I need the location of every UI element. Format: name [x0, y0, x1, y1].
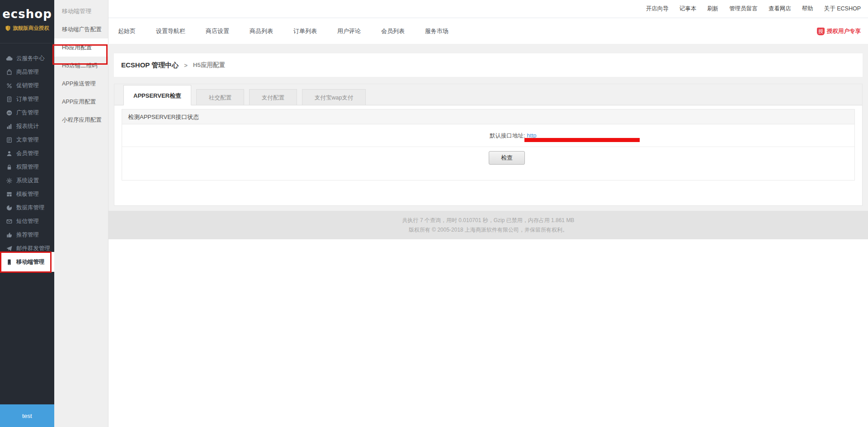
article-icon: [6, 137, 13, 143]
sidebar-item-label: 数据库管理: [16, 204, 45, 212]
top-link-bar: 开店向导 记事本 刷新 管理员留言 查看网店 帮助 关于 ECSHOP: [108, 0, 868, 18]
sidebar-item-label: 商品管理: [16, 68, 39, 76]
brand-block: ecshop 旗舰版商业授权: [0, 0, 54, 43]
report-icon: [6, 123, 13, 130]
template-icon: [6, 191, 13, 198]
toplink-refresh[interactable]: 刷新: [707, 5, 718, 13]
sidebar-item-label: 订单管理: [16, 95, 39, 103]
thumbs-up-icon: [6, 232, 13, 238]
tab-payment-config[interactable]: 支付配置: [249, 89, 297, 105]
license-label: 旗舰版商业授权: [13, 25, 49, 32]
panel-header: 检测APPSERVER接口状态: [122, 109, 854, 124]
nav-service-market[interactable]: 服务市场: [425, 27, 448, 35]
footer: 共执行 7 个查询，用时 0.010701 秒，Gzip 已禁用，内存占用 1.…: [108, 211, 868, 239]
sidebar-item-ads[interactable]: AD 广告管理: [0, 106, 54, 119]
sidebar-item-reports[interactable]: 报表统计: [0, 119, 54, 133]
nav-user-comments[interactable]: 用户评论: [337, 27, 361, 35]
sidebar-item-label: 促销管理: [16, 82, 39, 90]
sidebar-item-label: 权限管理: [16, 163, 39, 171]
promotion-icon: [6, 82, 13, 89]
sidebar-item-recommend[interactable]: 推荐管理: [0, 228, 54, 242]
footer-copyright-line: 版权所有 © 2005-2018 上海商派软件有限公司，并保留所有权利。: [108, 224, 868, 234]
ad-icon: AD: [6, 109, 13, 116]
sidebar-item-label: 模板管理: [16, 190, 39, 198]
gear-icon: [6, 177, 13, 184]
logged-in-user[interactable]: test: [0, 404, 54, 427]
submenu-item-mobile-ads[interactable]: 移动端广告配置: [54, 20, 108, 38]
sidebar-item-label: 短信管理: [16, 218, 39, 225]
shield-icon: [5, 25, 11, 31]
toplink-notepad[interactable]: 记事本: [679, 5, 697, 13]
sidebar-item-system-settings[interactable]: 系统设置: [0, 174, 54, 187]
sidebar-item-articles[interactable]: 文章管理: [0, 133, 54, 147]
mobile-phone-icon: [6, 259, 13, 266]
sidebar-item-templates[interactable]: 模板管理: [0, 187, 54, 201]
pie-chart-icon: [6, 204, 13, 211]
url-redaction-bar: [524, 138, 640, 142]
sidebar-item-label: 云服务中心: [16, 55, 45, 62]
license-line: 旗舰版商业授权: [0, 25, 54, 32]
submenu-item-h5-app-config[interactable]: H5应用配置: [54, 38, 108, 57]
toplink-admin-messages[interactable]: 管理员留言: [729, 5, 758, 13]
sidebar-item-label: 邮件群发管理: [16, 245, 50, 252]
lock-icon: [6, 164, 13, 171]
nav-order-list[interactable]: 订单列表: [293, 27, 317, 35]
ecshop-logo: ecshop: [0, 7, 54, 21]
tab-alipay-wap[interactable]: 支付宝wap支付: [302, 89, 366, 105]
nav-start-page[interactable]: 起始页: [118, 27, 136, 35]
nav-store-settings[interactable]: 商店设置: [206, 27, 229, 35]
tab-strip: APPSERVER检查 社交配置 支付配置 支付宝wap支付: [114, 84, 862, 105]
sidebar-item-label: 报表统计: [16, 123, 39, 130]
tab-appserver-check[interactable]: APPSERVER检查: [123, 85, 191, 105]
api-address-label: 默认接口地址:: [490, 132, 525, 140]
secondary-sidebar-title: 移动端管理: [54, 0, 108, 20]
licensed-user-promo[interactable]: 授 授权用户专享: [817, 19, 861, 44]
toplink-about-ecshop[interactable]: 关于 ECSHOP: [824, 5, 861, 13]
breadcrumb: ECSHOP 管理中心 > H5应用配置: [114, 53, 863, 77]
nav-member-list[interactable]: 会员列表: [381, 27, 405, 35]
breadcrumb-current: H5应用配置: [193, 61, 225, 69]
promo-label: 授权用户专享: [827, 28, 861, 35]
footer-stats-line: 共执行 7 个查询，用时 0.010701 秒，Gzip 已禁用，内存占用 1.…: [108, 211, 868, 224]
sidebar-item-sms[interactable]: 短信管理: [0, 214, 54, 228]
tab-social-config[interactable]: 社交配置: [196, 89, 244, 105]
envelope-icon: [6, 218, 13, 225]
sidebar-item-cloud-center[interactable]: 云服务中心: [0, 52, 54, 65]
sidebar-item-members[interactable]: 会员管理: [0, 147, 54, 160]
sidebar-item-label: 系统设置: [16, 177, 39, 185]
submenu-item-app-config[interactable]: APP应用配置: [54, 93, 108, 111]
order-icon: [6, 96, 13, 103]
sidebar-item-permissions[interactable]: 权限管理: [0, 160, 54, 174]
toplink-shop-wizard[interactable]: 开店向导: [646, 5, 669, 13]
sidebar-item-orders[interactable]: 订单管理: [0, 92, 54, 106]
sidebar-item-label: 文章管理: [16, 136, 39, 144]
paper-plane-icon: [6, 245, 13, 252]
appserver-check-panel: 检测APPSERVER接口状态 默认接口地址: http 检查: [122, 109, 855, 180]
svg-text:AD: AD: [7, 111, 11, 114]
toplink-view-store[interactable]: 查看网店: [769, 5, 791, 13]
license-badge-icon: 授: [817, 28, 825, 35]
primary-sidebar: ecshop 旗舰版商业授权 云服务中心 商品管理 促销管理: [0, 0, 54, 427]
sidebar-item-label: 广告管理: [16, 109, 39, 117]
secondary-sidebar: 移动端管理 移动端广告配置 H5应用配置 H5店铺二维码 APP推送管理 APP…: [54, 0, 108, 427]
sidebar-item-database[interactable]: 数据库管理: [0, 201, 54, 214]
primary-menu: 云服务中心 商品管理 促销管理 订单管理 AD 广告管理 报表统计: [0, 52, 54, 269]
nav-product-list[interactable]: 商品列表: [250, 27, 273, 35]
sidebar-item-mobile-management[interactable]: 移动端管理: [0, 252, 54, 272]
sidebar-item-label: 会员管理: [16, 150, 39, 157]
check-button[interactable]: 检查: [489, 151, 525, 165]
breadcrumb-root[interactable]: ECSHOP 管理中心: [121, 61, 179, 70]
sidebar-item-promotion[interactable]: 促销管理: [0, 79, 54, 92]
member-icon: [6, 150, 13, 157]
breadcrumb-separator: >: [184, 62, 188, 69]
toplink-help[interactable]: 帮助: [802, 5, 813, 13]
submenu-item-app-push[interactable]: APP推送管理: [54, 75, 108, 93]
main-panel-card: APPSERVER检查 社交配置 支付配置 支付宝wap支付 检测APPSERV…: [114, 84, 863, 206]
cloud-icon: [6, 55, 13, 62]
sidebar-item-label: 移动端管理: [16, 258, 45, 266]
submenu-item-miniprogram-config[interactable]: 小程序应用配置: [54, 111, 108, 129]
nav-setup-navigation[interactable]: 设置导航栏: [156, 27, 185, 35]
submenu-item-h5-qrcode[interactable]: H5店铺二维码: [54, 57, 108, 75]
admin-page: ecshop 旗舰版商业授权 云服务中心 商品管理 促销管理: [0, 0, 868, 427]
sidebar-item-goods[interactable]: 商品管理: [0, 65, 54, 79]
